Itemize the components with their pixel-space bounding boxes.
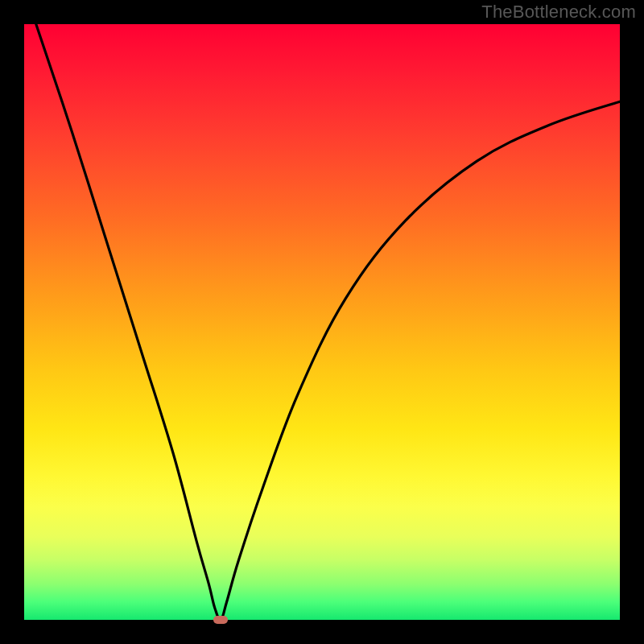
bottleneck-curve [36,24,620,620]
curve-svg [24,24,620,620]
watermark-label: TheBottleneck.com [481,2,636,23]
chart-frame: TheBottleneck.com [0,0,644,644]
minimum-marker [213,616,228,624]
plot-area [24,24,620,620]
